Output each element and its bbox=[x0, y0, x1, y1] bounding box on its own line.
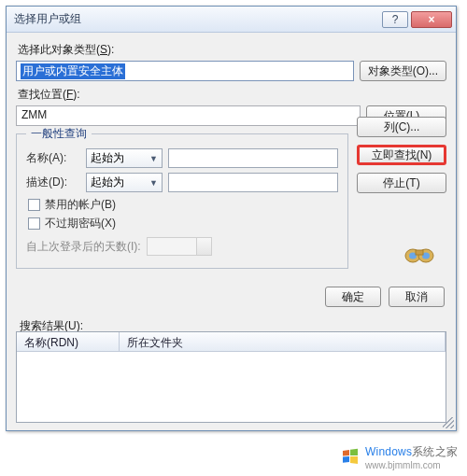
ok-cancel-row: 确定 取消 bbox=[325, 287, 445, 307]
checkbox-icon bbox=[28, 199, 40, 211]
group-legend: 一般性查询 bbox=[26, 126, 92, 142]
location-field[interactable]: ZMM bbox=[16, 105, 361, 126]
desc-match-combo[interactable]: 起始为 ▼ bbox=[86, 173, 163, 192]
svg-marker-7 bbox=[343, 456, 349, 463]
desc-input[interactable] bbox=[168, 173, 338, 192]
close-button[interactable]: × bbox=[411, 11, 452, 28]
no-expire-password-checkbox[interactable]: 不过期密码(X) bbox=[28, 216, 338, 231]
location-label: 查找位置(F): bbox=[18, 87, 446, 103]
results-col-name[interactable]: 名称(RDN) bbox=[17, 332, 120, 351]
name-input[interactable] bbox=[168, 148, 338, 168]
results-col-folder[interactable]: 所在文件夹 bbox=[120, 332, 446, 351]
name-label: 名称(A): bbox=[26, 150, 86, 166]
name-match-combo[interactable]: 起始为 ▼ bbox=[86, 148, 163, 168]
resize-grip-icon[interactable] bbox=[443, 417, 454, 428]
window-title: 选择用户或组 bbox=[10, 11, 379, 27]
chevron-down-icon: ▼ bbox=[149, 154, 158, 163]
svg-marker-6 bbox=[350, 449, 358, 455]
cancel-button[interactable]: 取消 bbox=[389, 287, 445, 307]
object-type-label: 选择此对象类型(S): bbox=[18, 42, 446, 58]
results-list[interactable]: 名称(RDN) 所在文件夹 bbox=[16, 331, 446, 423]
results-header: 名称(RDN) 所在文件夹 bbox=[17, 332, 446, 352]
find-now-button[interactable]: 立即查找(N) bbox=[357, 145, 446, 165]
binoculars-icon bbox=[403, 242, 435, 266]
disabled-accounts-checkbox[interactable]: 禁用的帐户(B) bbox=[28, 197, 338, 213]
svg-marker-5 bbox=[343, 450, 349, 456]
checkbox-icon bbox=[28, 217, 40, 230]
windows-logo-icon bbox=[341, 448, 360, 465]
chevron-down-icon: ▼ bbox=[149, 178, 158, 188]
ok-button[interactable]: 确定 bbox=[325, 287, 381, 307]
help-button[interactable]: ? bbox=[382, 11, 408, 28]
right-button-column: 列(C)... 立即查找(N) 停止(T) bbox=[357, 117, 446, 193]
svg-rect-4 bbox=[416, 250, 423, 255]
common-queries-group: 一般性查询 名称(A): 起始为 ▼ 描述(D): 起始为 ▼ 禁用的 bbox=[16, 133, 348, 269]
object-type-field[interactable]: 用户或内置安全主体 bbox=[16, 61, 354, 81]
watermark: Windows系统之家 www.bjmmlm.com bbox=[341, 442, 458, 470]
titlebar[interactable]: 选择用户或组 ? × bbox=[7, 7, 456, 33]
svg-marker-8 bbox=[350, 456, 358, 464]
stop-button[interactable]: 停止(T) bbox=[357, 173, 446, 193]
select-user-group-dialog: 选择用户或组 ? × 选择此对象类型(S): 用户或内置安全主体 对象类型(O)… bbox=[6, 6, 457, 431]
days-since-login-spinner bbox=[147, 237, 212, 256]
desc-label: 描述(D): bbox=[26, 175, 86, 190]
object-types-button[interactable]: 对象类型(O)... bbox=[360, 61, 446, 81]
object-type-value: 用户或内置安全主体 bbox=[21, 63, 125, 79]
columns-button[interactable]: 列(C)... bbox=[357, 117, 446, 137]
days-since-login-label: 自上次登录后的天数(I): bbox=[26, 239, 141, 255]
